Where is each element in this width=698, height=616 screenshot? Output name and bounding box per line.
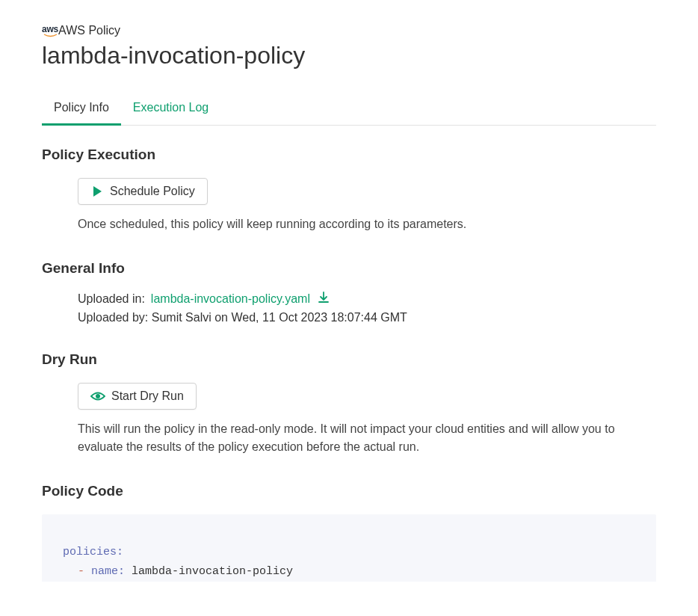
section-policy-execution: Policy Execution Schedule Policy Once sc… [42,147,656,233]
file-name: lambda-invocation-policy.yaml [151,292,310,306]
section-dry-run: Dry Run Start Dry Run This will run the … [42,351,656,456]
tab-execution-log[interactable]: Execution Log [121,92,220,126]
aws-logo-icon: aws [42,24,58,37]
section-title: Dry Run [42,351,656,368]
section-policy-code: Policy Code policies: - name: lambda-inv… [42,483,656,582]
tab-policy-info[interactable]: Policy Info [42,92,121,126]
section-title: Policy Code [42,483,656,499]
code-key: policies: [63,546,123,558]
section-title: Policy Execution [42,147,656,163]
breadcrumb: aws AWS Policy [42,24,656,37]
schedule-policy-button[interactable]: Schedule Policy [78,178,208,205]
svg-point-0 [96,394,100,398]
play-icon [90,185,104,198]
content-scroll[interactable]: Policy Execution Schedule Policy Once sc… [42,126,656,582]
start-dry-run-button[interactable]: Start Dry Run [78,383,197,410]
code-block: policies: - name: lambda-invocation-poli… [42,514,656,582]
uploaded-by-text: Uploaded by: Sumit Salvi on Wed, 11 Oct … [78,311,656,324]
breadcrumb-label: AWS Policy [58,24,120,37]
page-title: lambda-invocation-policy [42,42,656,70]
section-general-info: General Info Uploaded in: lambda-invocat… [42,260,656,324]
tabs: Policy Info Execution Log [42,92,656,126]
file-link[interactable]: lambda-invocation-policy.yaml [151,292,330,307]
download-icon[interactable] [318,292,330,307]
code-value: lambda-invocation-policy [125,565,293,578]
section-title: General Info [42,260,656,277]
button-label: Schedule Policy [110,185,195,198]
button-label: Start Dry Run [111,389,184,403]
description-text: Once scheduled, this policy will keep ru… [78,215,656,233]
code-key: name: [91,565,125,578]
eye-icon [90,391,105,401]
uploaded-in-label: Uploaded in: [78,292,145,306]
code-dash: - [78,565,91,578]
description-text: This will run the policy in the read-onl… [78,420,656,456]
